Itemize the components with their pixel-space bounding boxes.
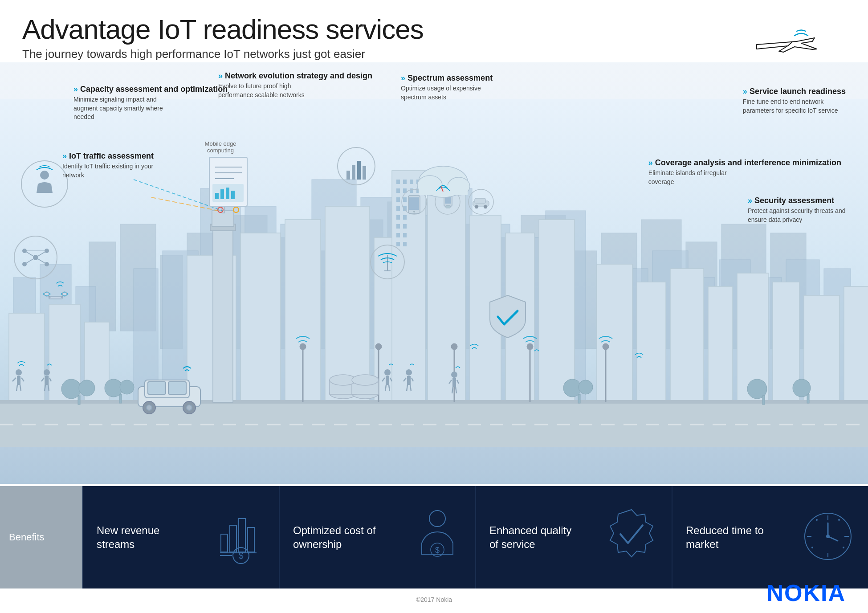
- svg-rect-130: [17, 376, 20, 385]
- svg-rect-59: [773, 282, 799, 420]
- optimized-cost-icon: $: [413, 507, 462, 567]
- reduced-time-icon: [801, 507, 855, 567]
- benefit-new-revenue-text: New revenue streams: [97, 523, 186, 551]
- svg-point-230: [429, 511, 445, 527]
- svg-point-141: [384, 369, 391, 376]
- svg-rect-62: [396, 180, 400, 184]
- svg-rect-122: [49, 296, 62, 299]
- benefits-label: Benefits: [0, 486, 82, 588]
- benefit-enhanced-quality-text: Enhanced quality of service: [489, 523, 579, 551]
- benefit-reduced-time: Reduced time to market: [672, 486, 868, 588]
- svg-rect-117: [168, 382, 186, 394]
- subtitle: The journey towards high performance IoT…: [22, 47, 424, 61]
- iot-traffic-desc: Identify IoT traffic existing in your ne…: [62, 162, 160, 180]
- coverage-desc: Eliminate islands of irregular coverage: [648, 169, 746, 186]
- svg-point-93: [120, 380, 134, 394]
- svg-point-129: [16, 369, 22, 376]
- svg-rect-101: [807, 394, 809, 403]
- security-box: » Security assessment Protect against se…: [748, 196, 846, 224]
- service-launch-box: » Service launch readiness Fine tune end…: [743, 87, 846, 115]
- svg-point-153: [451, 372, 457, 378]
- security-title: » Security assessment: [748, 196, 846, 205]
- svg-rect-91: [78, 396, 80, 405]
- svg-rect-116: [148, 382, 166, 394]
- mobile-edge-box: Mobile edge computing: [198, 140, 243, 154]
- svg-rect-185: [475, 198, 485, 203]
- svg-point-187: [484, 205, 487, 208]
- svg-point-164: [352, 375, 379, 385]
- svg-point-241: [838, 519, 840, 521]
- svg-rect-165: [213, 224, 233, 402]
- service-launch-desc: Fine tune end to end network parameters …: [743, 98, 841, 115]
- capacity-box: » Capacity assessment and optimization M…: [73, 85, 228, 122]
- svg-rect-64: [410, 180, 413, 184]
- benefit-optimized-cost: Optimized cost of ownership $: [279, 486, 475, 588]
- svg-rect-217: [220, 189, 224, 199]
- svg-point-121: [187, 405, 192, 410]
- svg-point-177: [413, 211, 415, 213]
- svg-rect-63: [403, 180, 407, 184]
- enhanced-quality-icon: [605, 507, 658, 567]
- svg-rect-78: [396, 215, 400, 220]
- svg-rect-82: [396, 233, 400, 237]
- service-launch-title: » Service launch readiness: [743, 87, 846, 96]
- svg-rect-223: [230, 525, 236, 552]
- svg-rect-97: [578, 394, 580, 403]
- capacity-desc: Minimize signaling impact and augment ca…: [73, 95, 171, 122]
- illustration-area: » Capacity assessment and optimization M…: [0, 62, 868, 484]
- svg-rect-99: [762, 396, 765, 405]
- svg-rect-55: [637, 282, 666, 420]
- svg-point-105: [300, 344, 306, 349]
- benefit-new-revenue: New revenue streams $: [82, 486, 279, 588]
- svg-rect-154: [452, 378, 456, 387]
- svg-line-240: [828, 536, 838, 541]
- svg-rect-136: [45, 376, 49, 385]
- svg-rect-218: [226, 188, 229, 199]
- new-revenue-icon: $: [216, 507, 265, 567]
- svg-rect-70: [396, 197, 400, 202]
- svg-rect-74: [396, 206, 400, 211]
- svg-rect-182: [446, 205, 450, 208]
- svg-point-111: [527, 344, 533, 349]
- copyright: ©2017 Nokia: [416, 596, 452, 603]
- svg-rect-142: [386, 376, 389, 385]
- svg-rect-225: [248, 527, 254, 552]
- svg-point-90: [79, 380, 95, 396]
- svg-rect-81: [403, 224, 407, 229]
- svg-rect-195: [352, 165, 355, 180]
- svg-rect-79: [403, 215, 407, 220]
- svg-rect-216: [215, 193, 219, 199]
- svg-rect-194: [346, 171, 350, 180]
- svg-point-186: [475, 205, 478, 208]
- svg-rect-224: [239, 519, 245, 552]
- svg-point-96: [579, 380, 593, 394]
- svg-point-244: [811, 547, 813, 548]
- svg-rect-87: [0, 400, 868, 404]
- coverage-box: » Coverage analysis and interference min…: [648, 158, 841, 186]
- airplane-decoration: [743, 25, 832, 62]
- svg-point-135: [44, 369, 50, 376]
- svg-rect-94: [119, 394, 122, 403]
- header: Advantage IoT readiness services The jou…: [22, 13, 424, 61]
- svg-rect-197: [363, 166, 366, 180]
- svg-point-242: [816, 519, 818, 521]
- svg-text:$: $: [238, 551, 243, 560]
- security-desc: Protect against security threats and ens…: [748, 207, 846, 224]
- svg-rect-176: [409, 197, 419, 210]
- svg-rect-50: [428, 188, 465, 420]
- spectrum-title: » Spectrum assessment: [401, 74, 499, 83]
- svg-rect-54: [597, 264, 632, 420]
- svg-point-243: [843, 547, 844, 548]
- benefit-enhanced-quality: Enhanced quality of service: [475, 486, 672, 588]
- svg-point-109: [452, 344, 457, 349]
- svg-point-210: [40, 171, 49, 180]
- svg-rect-196: [357, 161, 361, 180]
- svg-rect-56: [670, 269, 704, 420]
- svg-text:$: $: [435, 546, 440, 555]
- svg-rect-219: [231, 191, 235, 199]
- svg-rect-83: [403, 233, 407, 237]
- network-evolution-box: » Network evolution strategy and design …: [218, 71, 372, 99]
- svg-rect-222: [221, 534, 228, 552]
- nokia-logo: NOKIA: [766, 580, 846, 606]
- benefits-bar: Benefits New revenue streams $ Optimized…: [0, 486, 868, 588]
